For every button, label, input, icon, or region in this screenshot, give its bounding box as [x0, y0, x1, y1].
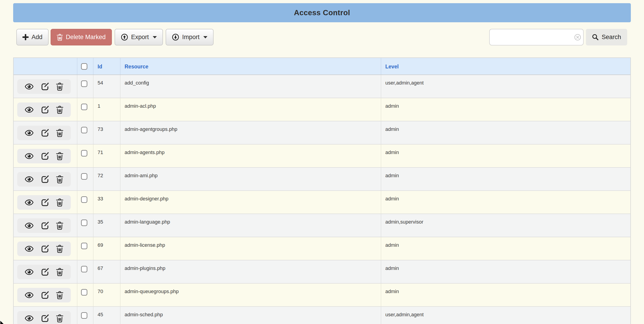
row-resource: admin-acl.php [120, 98, 381, 121]
view-row-button[interactable] [25, 107, 34, 113]
view-row-button[interactable] [25, 176, 34, 183]
row-level: admin [381, 168, 630, 190]
view-row-button[interactable] [25, 222, 34, 229]
delete-row-button[interactable] [56, 105, 63, 114]
row-actions-cell [14, 168, 78, 190]
row-check-cell [78, 283, 94, 306]
export-button-label: Export [131, 34, 149, 41]
access-control-table: Id Resource Level [13, 58, 631, 324]
edit-row-button[interactable] [41, 83, 49, 90]
delete-marked-button-label: Delete Marked [66, 34, 106, 41]
edit-icon [41, 268, 49, 276]
table-row: 54 add_config user,admin,agent [14, 75, 630, 98]
header-resource-cell[interactable]: Resource [120, 58, 381, 75]
row-actions-group [17, 242, 71, 256]
edit-row-button[interactable] [41, 291, 49, 299]
magnifier-icon [592, 34, 598, 41]
circle-arrow-up-icon [121, 33, 128, 41]
row-resource: admin-license.php [120, 237, 381, 260]
row-checkbox[interactable] [81, 173, 87, 180]
row-checkbox[interactable] [81, 266, 87, 272]
row-resource: admin-queuegroups.php [120, 283, 381, 306]
view-row-button[interactable] [25, 246, 34, 252]
import-button-label: Import [182, 34, 200, 41]
row-checkbox[interactable] [81, 196, 87, 203]
row-checkbox[interactable] [81, 243, 87, 249]
header-check-cell [78, 58, 94, 75]
trash-icon [56, 175, 63, 184]
row-checkbox[interactable] [81, 150, 87, 156]
delete-row-button[interactable] [56, 314, 63, 323]
edit-row-button[interactable] [41, 268, 49, 276]
row-checkbox[interactable] [81, 80, 87, 87]
delete-row-button[interactable] [56, 198, 63, 207]
edit-icon [41, 106, 49, 114]
export-button[interactable]: Export [114, 29, 163, 45]
trash-icon [56, 268, 63, 276]
table-row: 72 admin-ami.php admin [14, 168, 630, 191]
search-field-wrap [489, 29, 584, 45]
view-row-button[interactable] [25, 153, 34, 159]
page-title: Access Control [294, 9, 350, 17]
trash-icon [56, 105, 63, 114]
delete-row-button[interactable] [56, 82, 63, 91]
delete-row-button[interactable] [56, 221, 63, 230]
circle-x-icon[interactable] [574, 34, 581, 41]
row-actions-cell [14, 144, 78, 167]
edit-row-button[interactable] [41, 199, 49, 206]
row-level: admin,supervisor [381, 214, 630, 237]
row-checkbox[interactable] [81, 289, 87, 296]
row-id: 35 [94, 214, 120, 237]
edit-row-button[interactable] [41, 314, 49, 322]
search-button[interactable]: Search [586, 29, 627, 45]
circle-arrow-down-icon [172, 33, 179, 41]
table-body: 54 add_config user,admin,agent [14, 75, 630, 324]
row-actions-group [17, 102, 71, 117]
view-row-button[interactable] [25, 269, 34, 275]
edit-row-button[interactable] [41, 152, 49, 160]
delete-row-button[interactable] [56, 268, 63, 276]
caret-down-icon [153, 36, 157, 38]
view-row-button[interactable] [25, 199, 34, 206]
edit-icon [41, 129, 49, 137]
header-id-cell[interactable]: Id [94, 58, 120, 75]
edit-row-button[interactable] [41, 176, 49, 183]
row-checkbox[interactable] [81, 220, 87, 226]
import-button[interactable]: Import [166, 29, 214, 45]
view-row-button[interactable] [25, 292, 34, 298]
delete-row-button[interactable] [56, 152, 63, 160]
view-row-button[interactable] [25, 315, 34, 321]
view-row-button[interactable] [25, 83, 34, 90]
edit-icon [41, 222, 49, 230]
add-button[interactable]: Add [16, 29, 48, 45]
header-level-cell[interactable]: Level [381, 58, 630, 75]
row-check-cell [78, 98, 94, 121]
caret-down-icon [203, 36, 208, 38]
select-all-checkbox[interactable] [81, 63, 87, 70]
search-input[interactable] [489, 29, 584, 45]
view-row-button[interactable] [25, 130, 34, 136]
table-row: 35 admin-language.php admin,supervisor [14, 214, 630, 237]
row-checkbox[interactable] [81, 104, 87, 110]
row-checkbox[interactable] [81, 312, 87, 319]
delete-row-button[interactable] [56, 291, 63, 299]
delete-row-button[interactable] [56, 175, 63, 184]
table-row: 45 admin-sched.php user,admin,agent [14, 307, 630, 324]
row-level: admin [381, 283, 630, 306]
table-row: 33 admin-designer.php admin [14, 191, 630, 214]
row-level: user,admin,agent [381, 307, 630, 324]
edit-row-button[interactable] [41, 106, 49, 114]
edit-icon [41, 152, 49, 160]
row-id: 45 [94, 307, 120, 324]
trash-icon [56, 221, 63, 230]
delete-row-button[interactable] [56, 244, 63, 253]
row-checkbox[interactable] [81, 127, 87, 133]
edit-row-button[interactable] [41, 222, 49, 230]
edit-row-button[interactable] [41, 129, 49, 137]
edit-row-button[interactable] [41, 245, 49, 253]
delete-marked-button[interactable]: Delete Marked [50, 29, 112, 45]
delete-row-button[interactable] [56, 129, 63, 137]
column-header-resource: Resource [120, 58, 381, 70]
row-check-cell [78, 237, 94, 260]
row-resource: admin-ami.php [120, 168, 381, 190]
